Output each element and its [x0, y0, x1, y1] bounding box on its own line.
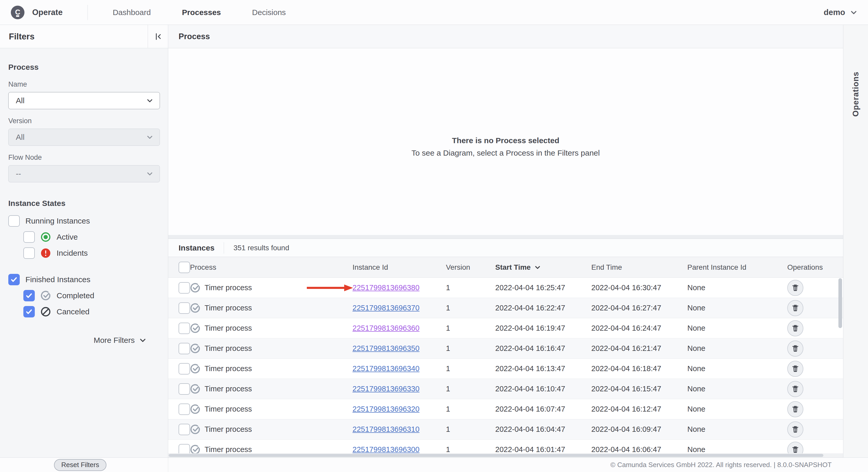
delete-operation-button[interactable]: [787, 442, 803, 453]
completed-icon: [190, 303, 200, 313]
row-checkbox[interactable]: [179, 282, 190, 294]
delete-operation-button[interactable]: [787, 280, 803, 296]
end-time-value: 2022-04-04 16:06:47: [591, 445, 687, 453]
version-value: 1: [446, 445, 495, 453]
state-label: Running Instances: [25, 216, 90, 225]
row-checkbox[interactable]: [179, 424, 190, 435]
state-checkbox[interactable]: [23, 306, 35, 317]
delete-operation-button[interactable]: [787, 401, 803, 417]
collapse-panel-button[interactable]: [148, 25, 168, 48]
name-field: Name All: [8, 80, 160, 109]
reset-filters-button[interactable]: Reset Filters: [54, 459, 106, 471]
flow-node-select: --: [8, 165, 160, 182]
instance-state-filter: Running Instances: [8, 215, 160, 227]
start-time-value: 2022-04-04 16:01:47: [495, 445, 591, 453]
instance-state-filter: Incidents: [23, 247, 160, 259]
delete-operation-button[interactable]: [787, 340, 803, 357]
process-name: Timer process: [205, 324, 352, 333]
end-time-value: 2022-04-04 16:15:47: [591, 384, 687, 393]
delete-operation-button[interactable]: [787, 422, 803, 438]
select-all-checkbox[interactable]: [179, 262, 190, 273]
end-time-value: 2022-04-04 16:30:47: [591, 283, 687, 292]
instance-id-link[interactable]: 2251799813696320: [352, 405, 420, 413]
row-checkbox[interactable]: [179, 404, 190, 415]
camunda-logo-icon: C: [10, 5, 25, 20]
table-row: Timer process 2251799813696330 1 2022-04…: [168, 379, 843, 399]
version-value: 1: [446, 304, 495, 312]
parent-instance-id-value: None: [687, 405, 787, 413]
instance-state-filter: Completed: [23, 290, 160, 302]
nav-item-dashboard[interactable]: Dashboard: [113, 8, 151, 17]
instance-id-link[interactable]: 2251799813696340: [352, 364, 420, 373]
column-header-operations: Operations: [787, 263, 843, 272]
sort-desc-icon: [534, 264, 541, 271]
row-checkbox[interactable]: [179, 323, 190, 334]
panel-splitter[interactable]: [168, 235, 843, 239]
canceled-icon: [40, 307, 51, 317]
row-checkbox[interactable]: [179, 444, 190, 453]
delete-operation-button[interactable]: [787, 381, 803, 397]
instance-id-link[interactable]: 2251799813696360: [352, 324, 420, 332]
completed-icon: [40, 291, 51, 301]
column-header-start-time[interactable]: Start Time: [495, 263, 591, 272]
row-checkbox[interactable]: [179, 302, 190, 314]
delete-operation-button[interactable]: [787, 320, 803, 336]
instance-id-link[interactable]: 2251799813696330: [352, 384, 420, 393]
delete-operation-button[interactable]: [787, 361, 803, 377]
process-panel-title: Process: [179, 32, 210, 41]
parent-instance-id-value: None: [687, 344, 787, 353]
table-row: Timer process 2251799813696320 1 2022-04…: [168, 399, 843, 419]
instance-id-link[interactable]: 2251799813696300: [352, 445, 420, 453]
nav-item-decisions[interactable]: Decisions: [252, 8, 286, 17]
state-checkbox[interactable]: [23, 247, 35, 259]
instance-id-link[interactable]: 2251799813696350: [352, 344, 420, 352]
empty-state-line2: To see a Diagram, select a Process in th…: [411, 148, 599, 158]
completed-icon: [190, 323, 200, 334]
process-name-select[interactable]: All: [8, 92, 160, 109]
column-header-end-time: End Time: [591, 263, 687, 272]
empty-state-line1: There is no Process selected: [452, 136, 559, 145]
completed-icon: [190, 384, 200, 394]
chevron-down-icon: [146, 97, 153, 104]
state-checkbox[interactable]: [23, 231, 35, 243]
instances-panel: Instances 351 results found Process Inst…: [168, 239, 843, 458]
process-group-label: Process: [8, 63, 160, 72]
user-menu[interactable]: demo: [824, 8, 858, 17]
process-version-select-value: All: [16, 133, 146, 142]
vertical-scrollbar-thumb[interactable]: [838, 278, 842, 328]
more-filters-button[interactable]: More Filters: [8, 336, 160, 345]
instance-states-list: Running Instances Active Incidents Finis…: [8, 215, 160, 318]
parent-instance-id-value: None: [687, 324, 787, 333]
operations-panel-tab[interactable]: Operations: [843, 25, 868, 458]
horizontal-scrollbar-thumb[interactable]: [169, 454, 824, 457]
state-checkbox[interactable]: [23, 290, 35, 301]
instances-panel-title: Instances: [179, 243, 214, 252]
process-name: Timer process: [205, 344, 352, 353]
process-name: Timer process: [205, 364, 352, 373]
version-field-label: Version: [8, 117, 160, 125]
row-checkbox[interactable]: [179, 343, 190, 354]
version-value: 1: [446, 324, 495, 333]
brand: C Operate: [10, 5, 63, 20]
column-header-instance-id: Instance Id: [352, 263, 446, 272]
table-row: Timer process 2251799813696380 1 2022-04…: [168, 278, 843, 298]
row-checkbox[interactable]: [179, 383, 190, 395]
instance-state-filter: Active: [23, 231, 160, 243]
column-header-process: Process: [190, 263, 352, 272]
version-value: 1: [446, 364, 495, 373]
vertical-scrollbar[interactable]: [838, 278, 842, 453]
instance-id-link[interactable]: 2251799813696370: [352, 304, 420, 312]
delete-operation-button[interactable]: [787, 300, 803, 316]
horizontal-scrollbar[interactable]: [168, 453, 843, 458]
state-checkbox[interactable]: [8, 215, 20, 227]
row-checkbox[interactable]: [179, 363, 190, 374]
state-checkbox[interactable]: [8, 274, 20, 285]
completed-icon: [190, 444, 200, 453]
divider: [224, 242, 224, 254]
instance-id-link[interactable]: 2251799813696380: [352, 283, 420, 292]
instance-id-link[interactable]: 2251799813696310: [352, 425, 420, 433]
process-name: Timer process: [205, 304, 352, 312]
chevron-down-icon: [146, 170, 153, 177]
diagram-empty-state: There is no Process selected To see a Di…: [168, 48, 843, 235]
nav-item-processes[interactable]: Processes: [182, 8, 221, 17]
